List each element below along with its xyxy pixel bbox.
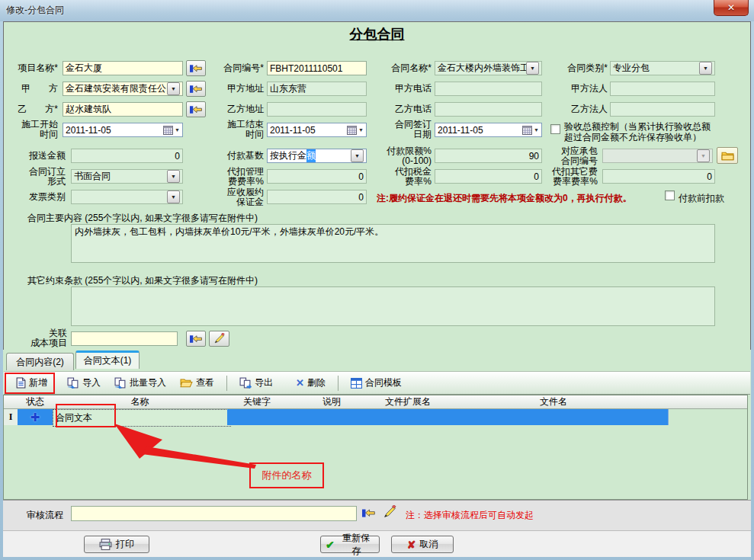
- contract-type-value: 专业分包: [613, 62, 650, 75]
- project-name-input[interactable]: 金石大厦: [63, 61, 183, 75]
- annotation-box-add-button: [5, 373, 55, 394]
- related-contract-no-select: ▼: [602, 149, 713, 163]
- form-type-select[interactable]: 书面合同▼: [71, 169, 183, 184]
- mgmt-fee-label: 代扣管理 费费率%: [215, 167, 264, 187]
- pay-base-label: 付款基数: [215, 151, 264, 161]
- chevron-down-icon[interactable]: ▼: [167, 170, 180, 183]
- delete-x-icon: ✕: [296, 377, 304, 389]
- related-contract-no-label: 对应承包 合同编号: [550, 146, 598, 166]
- end-date-input[interactable]: 2011-11-05▼: [267, 123, 367, 137]
- accept-control-checkbox[interactable]: [550, 124, 560, 134]
- invoice-type-select[interactable]: ▼: [71, 190, 183, 204]
- party-b-input[interactable]: 赵水建筑队: [63, 102, 183, 117]
- contract-template-button[interactable]: 合同模板: [346, 375, 406, 391]
- import-button[interactable]: 导入: [63, 375, 105, 391]
- related-contract-browse-button[interactable]: [717, 147, 738, 164]
- tab-contract-text[interactable]: 合同文本(1): [75, 350, 140, 369]
- grid-header-status: 状态: [18, 395, 53, 409]
- related-cost-input[interactable]: [71, 331, 178, 346]
- pay-base-selected-text: 额: [306, 149, 316, 162]
- delete-button[interactable]: ✕删除: [291, 375, 330, 391]
- audit-flow-input[interactable]: [71, 506, 357, 521]
- grid-header-description: 说明: [287, 395, 377, 409]
- grid-header-filename: 文件名: [439, 395, 669, 409]
- mgmt-fee-input[interactable]: 0: [267, 169, 367, 184]
- main-content-textarea[interactable]: 内外墙抹灰，包工包料，内墙抹灰单价10元/平米，外墙抹灰单价20元/平米。: [71, 224, 715, 263]
- calendar-icon[interactable]: [347, 125, 357, 135]
- start-date-input[interactable]: 2011-11-05▼: [63, 123, 183, 137]
- contract-type-label: 合同类别*: [553, 63, 608, 73]
- chevron-down-icon[interactable]: ▼: [534, 127, 539, 133]
- chevron-down-icon[interactable]: ▼: [175, 127, 180, 133]
- chevron-down-icon[interactable]: ▼: [351, 149, 364, 162]
- pay-limit-input[interactable]: 90: [435, 149, 542, 163]
- tax-fee-input[interactable]: 0: [435, 169, 542, 184]
- party-b-tel-label: 乙方电话: [378, 104, 432, 114]
- cancel-x-icon: ✘: [407, 539, 416, 551]
- other-terms-label: 其它约束条款 (255个字以内, 如果文字很多请写在附件中): [27, 274, 258, 287]
- pay-base-select[interactable]: 按执行金额▼: [267, 149, 367, 163]
- party-b-picker-button[interactable]: [186, 101, 206, 117]
- party-b-legal-input[interactable]: [610, 102, 715, 117]
- party-b-tel-input[interactable]: [435, 102, 542, 117]
- view-button[interactable]: 查看: [175, 375, 219, 391]
- start-date-label: 施工开始 时间: [8, 120, 58, 139]
- contract-name-select[interactable]: 金石大楼内外墙装饰工程▼: [435, 61, 542, 75]
- party-a-tel-input[interactable]: [435, 82, 542, 96]
- party-b-addr-input[interactable]: [267, 102, 367, 117]
- calendar-icon[interactable]: [163, 125, 173, 135]
- print-button[interactable]: 打印: [84, 536, 149, 553]
- deposit-input[interactable]: 0: [267, 190, 367, 204]
- chevron-down-icon[interactable]: ▼: [358, 127, 364, 133]
- hand-pointer-icon: [190, 104, 203, 114]
- party-a-select[interactable]: 金石建筑安装有限责任公▼: [63, 82, 183, 96]
- audit-clear-button[interactable]: [383, 505, 396, 521]
- view-button-label: 查看: [196, 376, 214, 389]
- invoice-type-label: 发票类别: [8, 192, 66, 202]
- report-amount-input[interactable]: 0: [71, 149, 183, 163]
- close-button[interactable]: ✕: [714, 0, 749, 16]
- row-extension-cell[interactable]: [377, 409, 440, 425]
- project-name-picker-button[interactable]: [186, 60, 206, 76]
- other-terms-textarea[interactable]: [71, 286, 715, 326]
- party-a-legal-label: 甲方法人: [553, 84, 608, 94]
- chevron-down-icon[interactable]: ▼: [167, 190, 180, 203]
- row-description-cell[interactable]: [287, 409, 377, 425]
- row-filename-cell[interactable]: [439, 409, 669, 425]
- row-status-cell[interactable]: ✚: [18, 409, 53, 425]
- party-b-label: 乙 方*: [8, 104, 58, 114]
- check-icon: ✔: [326, 539, 335, 551]
- pre-pay-deduct-checkbox[interactable]: [665, 190, 675, 200]
- contract-no-label: 合同编号*: [215, 63, 264, 73]
- other-fee-input[interactable]: 0: [602, 169, 715, 184]
- batch-import-button[interactable]: 批量导入: [110, 375, 171, 391]
- pay-limit-label: 付款限额% (0-100): [378, 146, 432, 166]
- form-type-label: 合同订立 形式: [8, 167, 66, 187]
- audit-picker-button[interactable]: [362, 507, 376, 520]
- title-bar: [0, 0, 754, 21]
- export-button[interactable]: 导出: [235, 375, 278, 391]
- party-a-addr-input[interactable]: 山东东营: [267, 82, 367, 96]
- cancel-button[interactable]: ✘取消: [391, 536, 454, 553]
- toolbar-separator: [226, 376, 227, 391]
- tab-contract-content[interactable]: 合同内容(2): [6, 353, 74, 370]
- related-cost-label: 关联 成本项目: [23, 328, 67, 348]
- chevron-down-icon[interactable]: ▼: [699, 62, 712, 75]
- project-name-label: 项目名称*: [8, 63, 58, 73]
- export-button-label: 导出: [255, 376, 273, 389]
- contract-no-input[interactable]: FBHT2011110501: [267, 61, 367, 75]
- chevron-down-icon[interactable]: ▼: [526, 62, 539, 75]
- sign-date-input[interactable]: 2011-11-05▼: [435, 123, 542, 137]
- chevron-down-icon[interactable]: ▼: [167, 82, 180, 95]
- related-cost-clear-button[interactable]: [209, 331, 229, 347]
- calendar-icon[interactable]: [522, 125, 532, 135]
- tax-fee-label: 代扣税金 费率%: [378, 167, 432, 187]
- sign-date-label: 合同签订 日期: [378, 120, 432, 139]
- contract-type-select[interactable]: 专业分包▼: [610, 61, 715, 75]
- party-a-legal-input[interactable]: [610, 82, 715, 96]
- annotation-arrow: [107, 418, 267, 475]
- party-a-picker-button[interactable]: [186, 81, 206, 97]
- save-button[interactable]: ✔重新保存: [320, 536, 380, 553]
- related-cost-picker-button[interactable]: [186, 331, 206, 347]
- print-button-label: 打印: [116, 538, 134, 551]
